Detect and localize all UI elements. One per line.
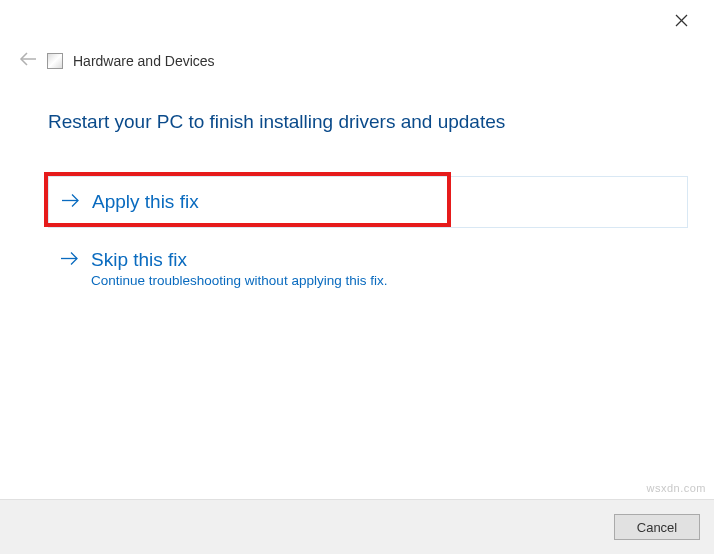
- arrow-right-icon: [61, 193, 80, 211]
- page-heading: Restart your PC to finish installing dri…: [48, 111, 505, 133]
- window-title: Hardware and Devices: [73, 53, 215, 69]
- cancel-button[interactable]: Cancel: [614, 514, 700, 540]
- header-bar: Hardware and Devices: [19, 50, 215, 71]
- close-icon: [675, 13, 688, 30]
- skip-fix-label: Skip this fix: [91, 249, 187, 271]
- close-button[interactable]: [671, 10, 692, 34]
- device-icon: [47, 53, 63, 69]
- skip-fix-option[interactable]: Skip this fix Continue troubleshooting w…: [48, 249, 688, 288]
- footer-bar: Cancel: [0, 499, 714, 554]
- skip-fix-description: Continue troubleshooting without applyin…: [91, 273, 676, 288]
- watermark-text: wsxdn.com: [646, 482, 706, 494]
- apply-fix-label: Apply this fix: [92, 191, 199, 213]
- back-arrow-icon[interactable]: [19, 50, 37, 71]
- apply-fix-option[interactable]: Apply this fix: [48, 176, 688, 228]
- arrow-right-icon: [60, 251, 79, 269]
